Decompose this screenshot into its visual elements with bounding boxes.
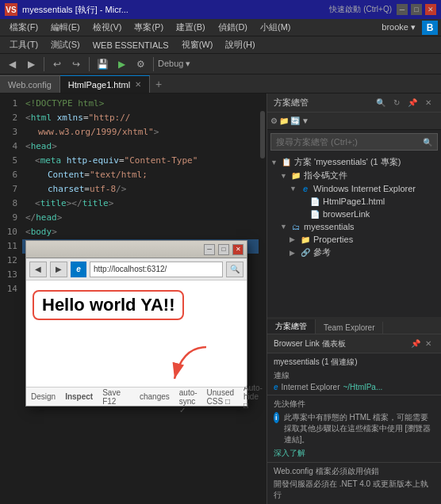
browser-connection-item: e Internet Explorer ~/HtmlPa... [274,383,435,391]
menu-view[interactable]: 檢視(V) [86,20,128,35]
solution-tree: ▼ 📋 方案 'myessentials' (1 專案) ▼ 📁 指令碼文件 ▼… [267,154,441,317]
panel-icon-search[interactable]: 🔍 [374,97,387,109]
tree-arrow-scripts: ▼ [280,172,290,180]
browser-window: ─ □ ✕ ◀ ▶ e http://localhost:6312/ 🔍 Hel… [25,240,247,407]
toolbar-undo[interactable]: ↩ [48,55,66,73]
sol-toolbar-btn4[interactable]: ▼ [301,116,309,125]
prerequisites-section: 先決條件 i 此專案中有靜態的 HTML 檔案，可能需要採取其他步驟以在這些檔案… [267,395,441,463]
footer-note-1: Web.config 檔案必須啟用偵錯 [274,466,435,477]
toolbar-save[interactable]: 💾 [94,55,111,73]
tree-scripts-label: 指令碼文件 [304,170,347,181]
menu-file[interactable]: 檔案(F) [3,20,44,35]
tree-item-windows-ie[interactable]: ▼ e Windows Internet Explorer [267,182,441,195]
sol-toolbar-btn3[interactable]: 🔄 [290,116,300,125]
save-f12-btn[interactable]: Save F12 [102,388,121,406]
code-editor: 1 2 3 4 5 6 7 8 9 10 11 12 13 14 <!DOCTY… [0,94,267,504]
menu-user[interactable]: brooke ▾ [375,21,422,34]
toolbar-settings[interactable]: ⚙ [132,55,149,73]
browserlink-icon: 📄 [309,208,321,220]
menu-web-essentials[interactable]: WEB ESSENTIALS [86,39,175,52]
browser-search-btn[interactable]: 🔍 [226,262,244,277]
debug-dropdown[interactable]: Debug ▾ [158,59,190,69]
tree-browserlink-label: browserLink [323,209,370,219]
tab-add-button[interactable]: + [150,75,167,93]
toolbar-forward[interactable]: ▶ [22,55,40,73]
panel-close[interactable]: ✕ [422,97,435,109]
folder-icon-properties: 📁 [299,234,312,245]
tree-item-refs[interactable]: ▶ 🔗 參考 [267,246,441,259]
menu-test[interactable]: 測試(S) [44,37,86,52]
tree-arrow-ie: ▼ [290,185,299,193]
project-icon: 🗂 [290,221,302,232]
browser-forward-btn[interactable]: ▶ [50,262,67,277]
tab-htmlpage[interactable]: HtmlPage1.html ✕ [60,75,150,93]
tree-item-scripts[interactable]: ▼ 📁 指令碼文件 [267,169,441,182]
menu-debug[interactable]: 偵錯(D) [212,20,254,35]
browser-maximize-btn[interactable]: □ [218,244,229,255]
panel-tabs: 方案總管 Team Explorer [267,317,441,334]
browser-path: ~/HtmlPa... [343,383,383,391]
learn-more-link[interactable]: 深入了解 [274,448,435,459]
tab-webconfig[interactable]: Web.config [0,75,60,93]
user-avatar[interactable]: B [422,21,438,35]
browser-title-bar: ─ □ ✕ [26,241,247,258]
toolbar-run[interactable]: ▶ [113,55,130,73]
info-icon: i [274,412,279,423]
menu-edit[interactable]: 編輯(E) [44,20,86,35]
solution-panel-title: 方案總管 [274,97,371,109]
footer-note-2: 開發伺服器必須在 .NET 4.0 或更新版本上執行 [274,479,435,501]
toolbar-separator-2 [89,57,90,71]
scrollbar-thumb[interactable] [260,111,265,158]
browser-link-pin[interactable]: 📌 [409,338,422,350]
title-bar-text: myessentials [執行] - Micr... [22,4,324,16]
tree-htmlpage-label: HtmlPage1.html [323,197,385,206]
auto-hide-label: Auto-hide □ [244,384,263,410]
code-line-10: <body> [22,225,259,239]
tab-solution-explorer[interactable]: 方案總管 [267,319,316,334]
tree-item-properties[interactable]: ▶ 📁 Properties [267,233,441,246]
tab-close-button[interactable]: ✕ [135,80,141,89]
browser-link-close[interactable]: ✕ [422,338,435,350]
browser-content: Hello world YA!! [26,281,247,387]
solution-search[interactable]: 🔍 [270,133,438,151]
panel-icon-refresh[interactable]: ↻ [390,97,403,109]
menu-build[interactable]: 建置(B) [170,20,212,35]
browser-name: Internet Explorer [282,383,340,391]
sol-toolbar-btn1[interactable]: ⚙ [270,116,278,125]
toolbar-redo[interactable]: ↪ [67,55,85,73]
solution-search-input[interactable] [276,137,423,147]
connection-count-label: myessentials (1 個連線) [274,357,435,368]
prereq-text: 此專案中有靜態的 HTML 檔案，可能需要採取其他步驟以在這些檔案中使用 [瀏覽… [284,412,435,445]
inspect-btn[interactable]: Inspect [65,392,93,401]
tree-item-solution[interactable]: ▼ 📋 方案 'myessentials' (1 專案) [267,155,441,169]
menu-tools[interactable]: 工具(T) [3,37,44,52]
tree-item-myessentials[interactable]: ▼ 🗂 myessentials [267,220,441,233]
design-btn[interactable]: Design [31,392,56,401]
ie-icon: e [71,262,86,277]
tree-arrow-refs: ▶ [290,249,299,257]
tree-item-browserlink[interactable]: 📄 browserLink [267,208,441,220]
code-line-8: <title></title> [22,197,259,211]
menu-window[interactable]: 視窗(W) [175,37,220,52]
address-bar[interactable]: http://localhost:6312/ [90,262,223,277]
browser-minimize-btn[interactable]: ─ [204,244,215,255]
menu-team[interactable]: 小組(M) [254,20,297,35]
ref-icon: 🔗 [299,247,312,258]
title-bar-controls[interactable]: ─ □ ✕ [397,4,436,15]
vertical-scrollbar[interactable] [259,94,267,504]
tree-item-htmlpage[interactable]: 📄 HtmlPage1.html [267,195,441,208]
browser-back-btn[interactable]: ◀ [29,262,47,277]
toolbar-back[interactable]: ◀ [3,55,21,73]
minimize-button[interactable]: ─ [397,4,408,15]
menu-help[interactable]: 說明(H) [219,37,261,52]
panel-pin[interactable]: 📌 [406,97,419,109]
close-button[interactable]: ✕ [425,4,436,15]
sol-toolbar-btn2[interactable]: 📁 [279,116,289,125]
panel-icon-group: 🔍 ↻ 📌 ✕ [374,97,435,109]
learn-more-text[interactable]: 深入了解 [274,449,305,457]
tab-team-explorer[interactable]: Team Explorer [316,322,383,334]
hello-world-display: Hello world YA!! [33,290,184,320]
maximize-button[interactable]: □ [411,4,422,15]
browser-close-btn[interactable]: ✕ [232,244,244,255]
menu-project[interactable]: 專案(P) [128,20,170,35]
